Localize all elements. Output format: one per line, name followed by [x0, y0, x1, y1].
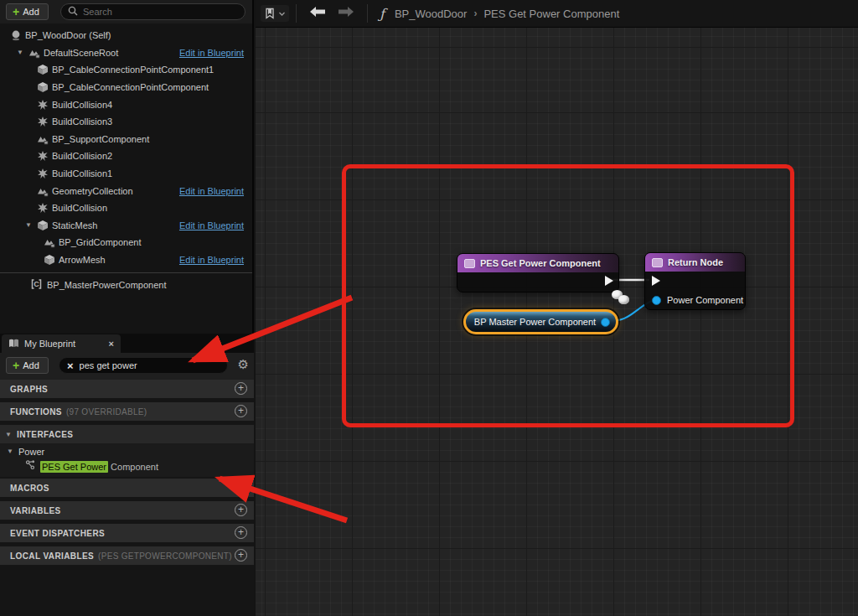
my-blueprint-search-input[interactable]: × pes get power	[59, 357, 228, 374]
item-label-rest: Component	[108, 462, 158, 472]
actor-sphere-icon	[10, 29, 22, 41]
section-header-variables[interactable]: VARIABLES+	[0, 501, 254, 520]
edit-in-blueprint-link[interactable]: Edit in Blueprint	[179, 220, 244, 230]
search-match-highlight: PES Get Power	[40, 461, 108, 473]
section-header-interfaces[interactable]: ▼INTERFACES	[0, 425, 254, 443]
tree-row[interactable]: BuildCollision2	[0, 148, 252, 165]
breadcrumb-item[interactable]: BP_WoodDoor	[395, 8, 467, 20]
components-search-input[interactable]: Search	[60, 3, 246, 20]
interface-function-item[interactable]: PES Get Power Component	[0, 458, 254, 474]
add-component-label: Add	[23, 7, 39, 17]
section-title: LOCAL VARIABLES	[10, 551, 94, 561]
tree-row[interactable]: BP_SupportComponent	[0, 131, 252, 148]
edit-in-blueprint-link[interactable]: Edit in Blueprint	[179, 186, 244, 196]
section-suffix: (PES GETPOWERCOMPONENT)	[98, 551, 232, 561]
add-section-item-icon[interactable]: +	[235, 549, 247, 562]
add-section-item-icon[interactable]: +	[235, 382, 247, 395]
scene-component-icon	[37, 185, 49, 197]
left-column: + Add Search BP_WoodDoor (Self)▼DefaultS…	[0, 0, 254, 616]
tree-row[interactable]: BuildCollision1	[0, 165, 252, 183]
section-header-functions[interactable]: FUNCTIONS(97 OVERRIDABLE)+	[0, 402, 254, 421]
toolbar-separator	[367, 4, 368, 23]
bookmark-button[interactable]	[261, 5, 289, 22]
section-suffix: (97 OVERRIDABLE)	[66, 407, 147, 417]
collision-icon	[37, 99, 49, 111]
my-blueprint-search-value: pes get power	[80, 360, 137, 370]
category-row-power[interactable]: ▼Power	[0, 445, 254, 458]
graph-canvas[interactable]: PES Get Power Component Return Node Powe…	[256, 28, 858, 616]
collision-icon	[37, 150, 49, 162]
bookmark-icon	[264, 8, 276, 19]
tree-item-label: BuildCollision3	[52, 116, 112, 127]
scene-component-icon	[37, 133, 49, 145]
forward-button[interactable]	[337, 6, 355, 21]
tree-item-label: BP_CableConnectionPointComponent	[52, 82, 209, 92]
tree-row[interactable]: BuildCollision3	[0, 113, 252, 131]
section-header-event-dispatchers[interactable]: EVENT DISPATCHERS+	[0, 524, 254, 542]
tab-label: My Blueprint	[24, 339, 75, 349]
plus-icon: +	[13, 6, 19, 18]
expander-icon[interactable]: ▼	[17, 49, 23, 56]
add-new-label: Add	[23, 360, 39, 370]
close-icon[interactable]: ×	[109, 339, 114, 349]
clear-search-icon[interactable]: ×	[67, 360, 74, 371]
category-label: Power	[18, 447, 44, 457]
add-section-item-icon[interactable]: +	[235, 481, 247, 494]
tree-row[interactable]: CBP_MasterPowerComponent	[0, 277, 252, 293]
add-component-button[interactable]: + Add	[6, 3, 49, 20]
components-search-placeholder: Search	[83, 7, 112, 17]
tree-row[interactable]: ArrowMeshEdit in Blueprint	[0, 251, 252, 269]
tree-row[interactable]: GeometryCollectionEdit in Blueprint	[0, 182, 252, 199]
my-blueprint-sections: GRAPHS+FUNCTIONS(97 OVERRIDABLE)+▼INTERF…	[0, 380, 254, 569]
tab-bar: My Blueprint ×	[0, 334, 254, 353]
graph-toolbar: ƒ BP_WoodDoor › PES Get Power Component	[256, 0, 858, 28]
tree-row[interactable]: ▼DefaultSceneRootEdit in Blueprint	[0, 44, 252, 62]
tree-item-label: BP_GridComponent	[59, 237, 141, 247]
tree-item-label: ArrowMesh	[59, 255, 106, 265]
tree-row[interactable]: BuildCollision	[0, 199, 252, 217]
function-icon: ƒ	[380, 6, 385, 22]
tree-item-label: BuildCollision	[52, 203, 107, 213]
tree-row[interactable]: BP_WoodDoor (Self)	[0, 27, 252, 44]
section-title: GRAPHS	[10, 385, 48, 394]
tree-row[interactable]: BP_GridComponent	[0, 234, 252, 251]
tree-item-label: BP_SupportComponent	[52, 134, 149, 144]
breadcrumb-separator-icon: ›	[473, 8, 477, 19]
add-new-button[interactable]: + Add	[6, 357, 49, 374]
tree-row[interactable]: BP_CableConnectionPointComponent	[0, 79, 252, 96]
tree-item-label: DefaultSceneRoot	[44, 48, 118, 58]
tree-row[interactable]: ▼StaticMeshEdit in Blueprint	[0, 217, 252, 235]
interfaces-group: ▼PowerPES Get Power Component	[0, 443, 254, 477]
collision-icon	[37, 168, 49, 179]
gear-icon[interactable]: ⚙	[238, 358, 249, 370]
tree-item-label: BuildCollision1	[52, 168, 112, 179]
static-mesh-icon	[37, 81, 49, 93]
section-header-local-variables[interactable]: LOCAL VARIABLES(PES GETPOWERCOMPONENT)+	[0, 546, 254, 565]
static-mesh-icon	[37, 64, 49, 75]
tree-item-label: GeometryCollection	[52, 186, 133, 196]
scene-component-icon	[28, 47, 40, 59]
annotation-rectangle	[342, 164, 794, 427]
toolbar-separator	[296, 4, 297, 23]
tree-item-label: BuildCollision2	[52, 151, 112, 161]
breadcrumb-item[interactable]: PES Get Power Component	[483, 8, 619, 20]
edit-in-blueprint-link[interactable]: Edit in Blueprint	[179, 48, 244, 58]
add-section-item-icon[interactable]: +	[235, 526, 247, 539]
section-header-graphs[interactable]: GRAPHS+	[0, 380, 254, 398]
section-title: EVENT DISPATCHERS	[10, 529, 105, 538]
chevron-down-icon	[278, 10, 286, 18]
expander-icon[interactable]: ▼	[25, 221, 32, 229]
tree-row[interactable]: BuildCollision4	[0, 96, 252, 113]
add-section-item-icon[interactable]: +	[235, 504, 247, 516]
collapse-triangle-icon: ▼	[7, 448, 13, 455]
section-title: VARIABLES	[10, 506, 61, 515]
tab-my-blueprint[interactable]: My Blueprint ×	[2, 334, 121, 353]
components-toolbar: + Add Search	[0, 0, 252, 23]
graph-editor: ƒ BP_WoodDoor › PES Get Power Component …	[256, 0, 858, 616]
tree-row[interactable]: BP_CableConnectionPointComponent1	[0, 61, 252, 79]
add-section-item-icon[interactable]: +	[235, 405, 247, 417]
section-header-macros[interactable]: MACROS+	[0, 479, 254, 497]
svg-text:C: C	[34, 280, 39, 288]
back-button[interactable]	[308, 6, 327, 21]
edit-in-blueprint-link[interactable]: Edit in Blueprint	[179, 255, 244, 265]
